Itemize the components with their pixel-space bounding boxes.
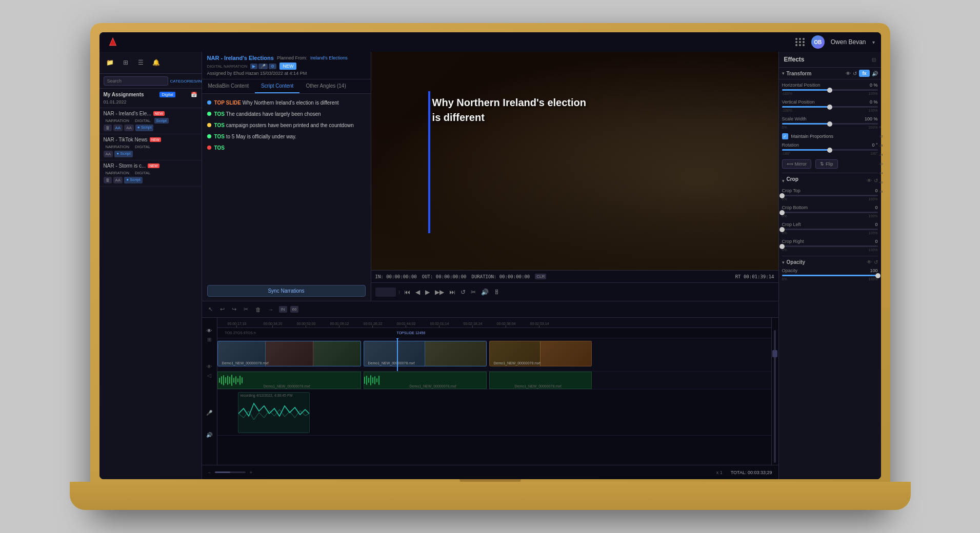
clip-btn[interactable]: ✂ — [470, 288, 477, 297]
video-clip-3[interactable]: Demo1_NEW_00000078.mxf — [489, 341, 592, 366]
aa-btn-2[interactable]: AA — [104, 151, 113, 157]
video-clip-2[interactable]: Demo1_NEW_00000078.mxf — [364, 341, 487, 366]
timecode-in: IN: 00:00:00:00 — [375, 274, 417, 279]
scale-max: 200% — [869, 126, 878, 129]
recording-clip[interactable]: recording 4/12/2022, 4:36:45 PM — [238, 392, 310, 433]
svg-rect-1 — [221, 376, 222, 384]
skip-end-btn[interactable]: ⏭ — [448, 288, 456, 297]
search-input[interactable] — [104, 76, 168, 86]
tl-undo-btn[interactable]: ↩ — [218, 305, 227, 314]
script-btn-1[interactable]: ● Script — [135, 125, 154, 131]
transform-eye-icon[interactable]: 👁 — [846, 71, 851, 76]
zoom-out-icon[interactable]: − — [208, 470, 211, 475]
chevron-crop[interactable]: ▾ — [782, 178, 785, 183]
tl-select-btn[interactable]: ↖ — [206, 305, 215, 314]
filter-icon[interactable]: ⊞ — [207, 337, 211, 342]
loop-btn[interactable]: ↺ — [459, 288, 467, 297]
crop-eye-icon[interactable]: 👁 — [867, 178, 872, 183]
rot-slider[interactable] — [782, 149, 878, 151]
chevron-opacity[interactable]: ▾ — [782, 260, 785, 265]
opacity-label: Opacity — [782, 268, 798, 273]
planned-link[interactable]: Ireland's Elections — [310, 55, 348, 60]
total-duration: TOTAL: 00:03:33;29 — [731, 470, 772, 475]
new-button[interactable]: NEW — [279, 63, 296, 70]
aa-btn-1[interactable]: AA — [113, 125, 123, 131]
fx-button[interactable]: fx — [859, 70, 869, 77]
grid-icon[interactable] — [795, 38, 805, 46]
scale-slider[interactable] — [782, 123, 878, 125]
tab-script[interactable]: Script Content — [255, 79, 299, 93]
folder-icon[interactable]: 📁 — [104, 56, 117, 69]
aa-btn-3[interactable]: AA — [113, 177, 123, 183]
mic-icon[interactable]: 🎤 — [206, 410, 212, 416]
mirror-btn[interactable]: ⟺ Mirror — [782, 159, 812, 169]
record-btn[interactable]: ▶ — [250, 64, 257, 69]
audio-btn[interactable]: 🔊 — [480, 288, 490, 297]
overlay-text: Why Northern Ireland's election is diffe… — [432, 97, 586, 123]
v-pos-slider[interactable] — [782, 106, 878, 108]
next-frame-btn[interactable]: ▶▶ — [434, 288, 445, 297]
tab-other-angles[interactable]: Other Angles (14) — [299, 79, 352, 93]
tl-out-btn[interactable]: 66 — [290, 306, 299, 313]
svg-rect-4 — [227, 376, 228, 385]
sync-narrations-btn[interactable]: Sync Narrations — [207, 285, 366, 297]
crop-top-slider[interactable] — [782, 195, 878, 196]
opacity-reset-icon[interactable]: ↺ — [874, 259, 878, 265]
trash-btn-1[interactable]: 🗑 — [104, 125, 112, 131]
mic-btn[interactable]: 🎤 — [258, 64, 268, 69]
script-btn-3[interactable]: ● Script — [124, 177, 143, 183]
flip-btn[interactable]: ⇅ Flip — [815, 159, 838, 169]
arrow-icon[interactable]: ◁ — [207, 373, 211, 378]
crop-title-row: ▾ Crop — [782, 176, 798, 185]
tl-delete-btn[interactable]: 🗑 — [253, 305, 263, 314]
settings-btn[interactable]: ⚙ — [269, 64, 276, 69]
vol-btn[interactable]: 🎚 — [493, 288, 501, 297]
crop-reset-icon[interactable]: ↺ — [874, 178, 878, 183]
speaker-icon[interactable]: 🔊 — [206, 432, 212, 438]
tl-redo-btn[interactable]: ↪ — [230, 305, 238, 314]
ruler-mark-1: 00:00:17;10 — [228, 322, 247, 327]
transform-reset-icon[interactable]: ↺ — [853, 71, 857, 76]
play-pause-btn[interactable]: ▶ — [424, 288, 431, 297]
ruler-mark-9: 00:02:36;04 — [497, 322, 516, 327]
tl-insert-btn[interactable]: → — [266, 305, 276, 314]
eye-2-icon[interactable]: 👁 — [207, 364, 212, 370]
skip-start-btn[interactable]: ⏮ — [403, 288, 411, 297]
list-item[interactable]: NAR - TikTok News NEW NARRATION DIGITAL … — [99, 134, 202, 160]
tos-1: TOS 2TOS 6TOS h — [225, 331, 256, 335]
h-pos-slider[interactable] — [782, 89, 878, 91]
list-view-icon[interactable]: ☰ — [134, 56, 148, 69]
aa-btn-1b[interactable]: AA — [124, 125, 134, 131]
tl-cut-btn[interactable]: ✂ — [242, 305, 250, 314]
crop-right-slider[interactable] — [782, 245, 878, 247]
user-dropdown-icon[interactable]: ▾ — [872, 39, 875, 45]
chevron-transform[interactable]: ▾ — [782, 71, 785, 76]
v-slider-thumb[interactable] — [772, 350, 777, 357]
zoom-slider[interactable] — [215, 471, 246, 473]
trash-btn-3[interactable]: 🗑 — [104, 177, 112, 183]
maintain-checkbox[interactable]: ✓ — [782, 133, 788, 139]
maintain-label: Maintain Proportions — [791, 134, 834, 139]
prev-frame-btn[interactable]: ◀ — [414, 288, 421, 297]
tl-mode-btn[interactable]: IN — [279, 306, 287, 313]
eye-icon[interactable]: 👁 — [207, 328, 212, 334]
notifications-icon[interactable]: 🔔 — [150, 56, 163, 69]
my-assignments-section: My Assignments Digital 📅 01.01.2022 — [99, 89, 202, 108]
panel-icon[interactable]: ⊟ — [872, 57, 876, 63]
speed-indicator: x 1 — [716, 470, 723, 475]
calendar-icon[interactable]: 📅 — [191, 92, 197, 97]
opacity-eye-icon[interactable]: 👁 — [867, 259, 872, 265]
crop-bottom-slider[interactable] — [782, 212, 878, 213]
tab-mediabin[interactable]: MediaBin Content — [202, 79, 255, 93]
crop-left-slider[interactable] — [782, 229, 878, 230]
opacity-slider[interactable] — [782, 275, 878, 276]
zoom-in-icon[interactable]: + — [250, 470, 252, 475]
list-item[interactable]: NAR - Storm is c... NEW NARRATION DIGITA… — [99, 160, 202, 187]
script-line-3: TOS campaign posters have been printed a… — [207, 121, 366, 130]
video-clip-1[interactable]: Demo1_NEW_00000078.mxf — [217, 341, 361, 366]
grid-view-icon[interactable]: ⊞ — [119, 56, 132, 69]
script-panel: NAR - Ireland's Elections Planned From: … — [202, 52, 371, 301]
script-btn-2[interactable]: ● Script — [114, 151, 133, 157]
list-item[interactable]: NAR - Ireland's Ele... NEW NARRATION DIG… — [99, 108, 202, 134]
volume-icon[interactable]: 🔊 — [872, 71, 878, 76]
